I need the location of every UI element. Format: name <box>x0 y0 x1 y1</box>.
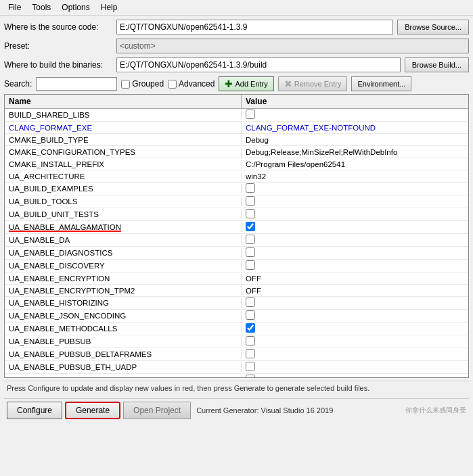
table-row[interactable]: UA_BUILD_UNIT_TESTS <box>5 208 468 221</box>
preset-input <box>116 39 469 53</box>
table-row[interactable]: BUILD_SHARED_LIBS <box>5 109 468 122</box>
row-checkbox[interactable] <box>246 362 255 371</box>
menu-file[interactable]: File <box>3 1 26 14</box>
cell-name: CMAKE_INSTALL_PREFIX <box>5 160 242 169</box>
add-entry-button[interactable]: ✚ Add Entry <box>219 76 273 91</box>
bottom-buttons: Configure Generate Open Project Current … <box>4 398 469 422</box>
build-label: Where to build the binaries: <box>4 60 112 70</box>
environment-button[interactable]: Environment... <box>351 76 411 91</box>
table-row[interactable]: UA_ENABLE_PUBSUB_INFORMATIONMODEL <box>5 374 468 378</box>
row-checkbox[interactable] <box>246 196 255 206</box>
cell-value[interactable] <box>242 323 468 335</box>
row-checkbox[interactable] <box>246 336 255 346</box>
table-row[interactable]: UA_ENABLE_DIAGNOSTICS <box>5 247 468 260</box>
cell-value: CLANG_FORMAT_EXE-NOTFOUND <box>242 123 468 133</box>
advanced-label: Advanced <box>179 79 215 89</box>
table-row[interactable]: UA_ENABLE_ENCRYPTIONOFF <box>5 272 468 285</box>
cell-value[interactable] <box>242 183 468 195</box>
cell-name: UA_ENABLE_ENCRYPTION <box>5 274 242 283</box>
table-row[interactable]: UA_ENABLE_PUBSUB_DELTAFRAMES <box>5 348 468 361</box>
browse-source-button[interactable]: Browse Source... <box>397 20 469 34</box>
menu-tools[interactable]: Tools <box>26 1 56 14</box>
cell-name: UA_BUILD_TOOLS <box>5 197 242 206</box>
cell-value[interactable] <box>242 348 468 360</box>
cell-value[interactable] <box>242 310 468 322</box>
row-checkbox[interactable] <box>246 183 255 193</box>
row-checkbox[interactable] <box>246 375 255 378</box>
cell-name: UA_ENABLE_DA <box>5 235 242 245</box>
cmake-table: Name Value BUILD_SHARED_LIBSCLANG_FORMAT… <box>4 94 469 378</box>
cell-value[interactable] <box>242 234 468 246</box>
table-row[interactable]: UA_ENABLE_HISTORIZING <box>5 297 468 310</box>
source-input[interactable] <box>116 20 393 34</box>
table-row[interactable]: UA_BUILD_EXAMPLES <box>5 183 468 195</box>
table-row[interactable]: UA_ARCHITECTUREwin32 <box>5 170 468 183</box>
cell-name: UA_ENABLE_PUBSUB_ETH_UADP <box>5 362 242 372</box>
advanced-checkbox[interactable] <box>168 80 177 89</box>
row-checkbox[interactable] <box>246 349 255 358</box>
col-name: Name <box>5 95 242 108</box>
row-checkbox[interactable] <box>246 235 255 244</box>
row-checkbox[interactable] <box>246 222 255 231</box>
remove-entry-label: Remove Entry <box>294 80 342 88</box>
cell-value[interactable] <box>242 109 468 121</box>
menubar: File Tools Options Help <box>0 0 473 16</box>
row-checkbox[interactable] <box>246 110 255 119</box>
row-checkbox[interactable] <box>246 209 255 218</box>
cell-value[interactable] <box>242 195 468 208</box>
cell-name: UA_ENABLE_PUBSUB_DELTAFRAMES <box>5 350 242 359</box>
table-row[interactable]: UA_ENABLE_DA <box>5 234 468 247</box>
watermark: 你拿什么来感同身受 <box>405 406 466 415</box>
cell-value: OFF <box>242 274 468 283</box>
cell-value[interactable] <box>242 247 468 259</box>
col-value: Value <box>242 95 468 108</box>
table-row[interactable]: UA_ENABLE_METHODCALLS <box>5 323 468 335</box>
advanced-checkbox-label[interactable]: Advanced <box>168 79 215 89</box>
minus-icon: ✖ <box>284 78 292 89</box>
cell-value[interactable] <box>242 335 468 348</box>
cell-value[interactable] <box>242 260 468 272</box>
table-row[interactable]: CMAKE_INSTALL_PREFIXC:/Program Files/ope… <box>5 158 468 170</box>
cell-value[interactable] <box>242 297 468 309</box>
cell-name: UA_ARCHITECTURE <box>5 172 242 181</box>
cell-name: UA_ENABLE_PUBSUB <box>5 337 242 346</box>
remove-entry-button[interactable]: ✖ Remove Entry <box>278 76 348 91</box>
table-row[interactable]: UA_ENABLE_ENCRYPTION_TPM2OFF <box>5 285 468 297</box>
build-input[interactable] <box>116 57 401 72</box>
cell-name: UA_ENABLE_ENCRYPTION_TPM2 <box>5 286 242 295</box>
table-row[interactable]: CMAKE_CONFIGURATION_TYPESDebug;Release;M… <box>5 146 468 158</box>
search-label: Search: <box>4 79 32 89</box>
row-checkbox[interactable] <box>246 298 255 307</box>
cell-value[interactable] <box>242 361 468 373</box>
table-row[interactable]: CLANG_FORMAT_EXECLANG_FORMAT_EXE-NOTFOUN… <box>5 122 468 134</box>
table-row[interactable]: UA_ENABLE_PUBSUB_ETH_UADP <box>5 361 468 374</box>
cell-value[interactable] <box>242 208 468 220</box>
menu-options[interactable]: Options <box>56 1 95 14</box>
cell-value[interactable] <box>242 374 468 378</box>
row-checkbox[interactable] <box>246 323 255 333</box>
table-row[interactable]: UA_ENABLE_PUBSUB <box>5 335 468 348</box>
menu-help[interactable]: Help <box>95 1 123 14</box>
table-row[interactable]: UA_ENABLE_AMALGAMATION <box>5 221 468 234</box>
cell-value: Debug;Release;MinSizeRel;RelWithDebInfo <box>242 147 468 157</box>
open-project-button[interactable]: Open Project <box>123 402 191 419</box>
cell-name: UA_ENABLE_DISCOVERY <box>5 261 242 270</box>
status-bar: Press Configure to update and display ne… <box>4 381 469 396</box>
grouped-checkbox-label[interactable]: Grouped <box>121 79 164 89</box>
search-row: Search: Grouped Advanced ✚ Add Entry ✖ R… <box>4 76 469 91</box>
row-checkbox[interactable] <box>246 260 255 270</box>
table-row[interactable]: UA_ENABLE_JSON_ENCODING <box>5 310 468 323</box>
row-checkbox[interactable] <box>246 247 255 257</box>
table-row[interactable]: UA_BUILD_TOOLS <box>5 195 468 208</box>
row-checkbox[interactable] <box>246 310 255 320</box>
generate-button[interactable]: Generate <box>65 402 120 419</box>
cell-value: Debug <box>242 135 468 145</box>
build-row: Where to build the binaries: Browse Buil… <box>4 57 469 72</box>
table-row[interactable]: UA_ENABLE_DISCOVERY <box>5 260 468 272</box>
search-input[interactable] <box>36 77 117 91</box>
cell-value[interactable] <box>242 221 468 233</box>
browse-build-button[interactable]: Browse Build... <box>405 57 469 72</box>
grouped-checkbox[interactable] <box>121 80 130 89</box>
configure-button[interactable]: Configure <box>7 402 62 419</box>
table-row[interactable]: CMAKE_BUILD_TYPEDebug <box>5 134 468 146</box>
